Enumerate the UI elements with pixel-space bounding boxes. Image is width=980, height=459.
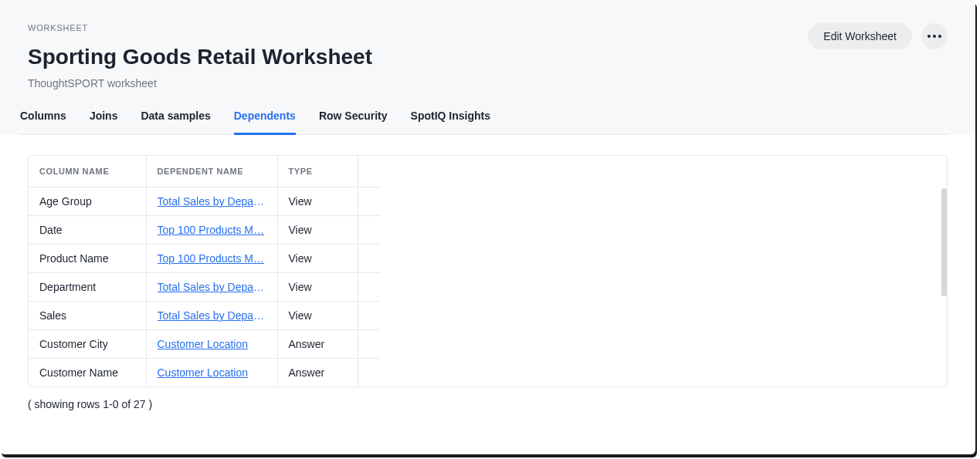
tab-row-security[interactable]: Row Security: [319, 110, 388, 135]
cell-spacer: [358, 245, 380, 273]
dependent-link[interactable]: Top 100 Products M…: [158, 224, 265, 236]
cell-column-name: Product Name: [29, 245, 146, 273]
cell-spacer: [358, 359, 380, 387]
cell-column-name: Sales: [29, 302, 146, 330]
tab-columns[interactable]: Columns: [20, 110, 66, 135]
cell-spacer: [358, 273, 380, 302]
dots-icon: [938, 35, 941, 38]
dependent-link[interactable]: Customer Location: [158, 338, 249, 350]
th-dependent-name[interactable]: DEPENDENT NAME: [146, 156, 277, 187]
cell-spacer: [358, 187, 380, 216]
cell-dependent-name: Top 100 Products M…: [146, 216, 277, 245]
cell-dependent-name: Total Sales by Depar…: [146, 187, 277, 216]
cell-column-name: Date: [29, 216, 146, 245]
cell-dependent-name: Customer Location: [146, 330, 277, 359]
dependent-link[interactable]: Customer Location: [158, 366, 249, 379]
dependent-link[interactable]: Total Sales by Depar…: [158, 309, 266, 322]
cell-type: View: [277, 273, 358, 302]
tab-spotiq-insights[interactable]: SpotIQ Insights: [411, 110, 490, 135]
table-row[interactable]: Customer City Customer Location Answer: [29, 330, 380, 359]
cell-dependent-name: Customer Location: [146, 359, 277, 387]
table-row[interactable]: Customer Name Customer Location Answer: [29, 359, 380, 387]
row-count-status: ( showing rows 1-0 of 27 ): [28, 387, 948, 410]
cell-dependent-name: Total Sales by Depar…: [146, 273, 277, 302]
cell-type: Answer: [277, 359, 358, 387]
page-header: WORKSHEET Sporting Goods Retail Workshee…: [0, 0, 975, 135]
cell-type: View: [277, 216, 358, 245]
dependent-link[interactable]: Total Sales by Depar…: [158, 281, 266, 293]
tab-joins[interactable]: Joins: [90, 110, 118, 135]
app-frame: WORKSHEET Sporting Goods Retail Workshee…: [0, 0, 975, 454]
cell-dependent-name: Total Sales by Depar…: [146, 302, 277, 330]
table-row[interactable]: Date Top 100 Products M… View: [29, 216, 380, 245]
th-spacer: [358, 156, 380, 187]
cell-column-name: Age Group: [29, 187, 146, 216]
table-row[interactable]: Age Group Total Sales by Depar… View: [29, 187, 380, 216]
dependents-table-wrap: COLUMN NAME DEPENDENT NAME TYPE Age Grou…: [28, 155, 948, 387]
table-header-row: COLUMN NAME DEPENDENT NAME TYPE: [29, 156, 380, 187]
cell-dependent-name: Top 100 Products M…: [146, 245, 277, 273]
th-type[interactable]: TYPE: [277, 156, 358, 187]
tab-dependents[interactable]: Dependents: [234, 110, 296, 135]
cell-spacer: [358, 216, 380, 245]
tab-data-samples[interactable]: Data samples: [141, 110, 210, 135]
cell-column-name: Customer City: [29, 330, 146, 359]
dependents-table: COLUMN NAME DEPENDENT NAME TYPE Age Grou…: [29, 156, 380, 386]
page-subtitle: ThoughtSPORT worksheet: [28, 77, 948, 89]
content-area: COLUMN NAME DEPENDENT NAME TYPE Age Grou…: [0, 135, 975, 420]
edit-worksheet-button[interactable]: Edit Worksheet: [808, 23, 912, 49]
table-row[interactable]: Product Name Top 100 Products M… View: [29, 245, 380, 273]
cell-type: Answer: [277, 330, 358, 359]
cell-spacer: [358, 302, 380, 330]
table-row[interactable]: Sales Total Sales by Depar… View: [29, 302, 380, 330]
cell-type: View: [277, 302, 358, 330]
cell-type: View: [277, 245, 358, 273]
more-actions-button[interactable]: [921, 23, 948, 49]
dots-icon: [933, 35, 936, 38]
th-column-name[interactable]: COLUMN NAME: [29, 156, 146, 187]
top-actions: Edit Worksheet: [808, 23, 948, 49]
dependent-link[interactable]: Top 100 Products M…: [158, 252, 265, 265]
cell-column-name: Customer Name: [29, 359, 146, 387]
cell-column-name: Department: [29, 273, 146, 302]
dependent-link[interactable]: Total Sales by Depar…: [158, 195, 266, 208]
tab-bar: Columns Joins Data samples Dependents Ro…: [20, 110, 948, 135]
cell-type: View: [277, 187, 358, 216]
cell-spacer: [358, 330, 380, 359]
scrollbar-thumb[interactable]: [941, 188, 947, 296]
table-row[interactable]: Department Total Sales by Depar… View: [29, 273, 380, 302]
dots-icon: [927, 35, 931, 38]
